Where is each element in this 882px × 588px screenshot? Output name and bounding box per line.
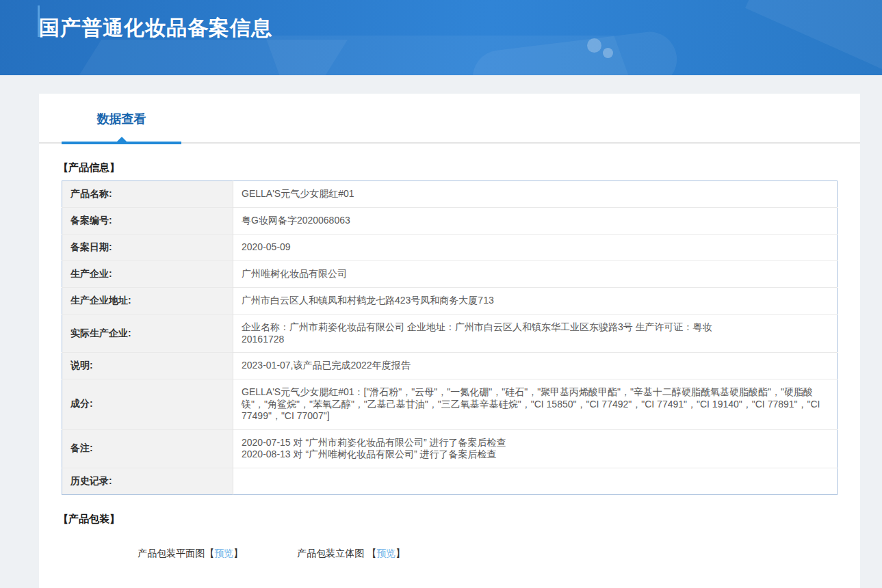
row-manufacturer: 生产企业: 广州唯树化妆品有限公司 [62,261,838,288]
row-label: 说明: [62,353,233,379]
active-tab-indicator [62,142,181,144]
page-header-banner: 国产普通化妆品备案信息 [0,0,882,75]
row-value: 2023-01-07,该产品已完成2022年度报告 [233,353,838,379]
tab-data-view[interactable]: 数据查看 [62,111,181,127]
bracket-close: 】 [233,548,243,559]
row-value: 2020-07-15 对 “广州市莉姿化妆品有限公司” 进行了备案后检查 202… [233,429,838,468]
row-label: 历史记录: [62,468,233,494]
row-label: 备案编号: [62,208,233,235]
tab-data-view-label: 数据查看 [97,112,146,126]
preview-link-flat-image[interactable]: 预览 [214,548,233,559]
row-label: 实际生产企业: [62,315,233,353]
row-value [233,468,838,494]
row-value: 2020-05-09 [233,235,838,261]
row-filing-date: 备案日期: 2020-05-09 [62,235,838,261]
row-label: 备案日期: [62,235,233,261]
page-title: 国产普通化妆品备案信息 [0,0,882,42]
tab-underline-rule [39,142,860,144]
row-label: 生产企业地址: [62,288,233,315]
row-manufacturer-address: 生产企业地址: 广州市白云区人和镇凤和村鹤龙七路423号凤和商务大厦713 [62,288,838,315]
row-label: 产品名称: [62,181,233,208]
row-value: GELLA'S元气少女腮红#01 [233,181,838,208]
banner-decor-circle-small [603,48,613,58]
row-history: 历史记录: [62,468,838,494]
row-label: 生产企业: [62,261,233,288]
packaging-flat-image-label: 产品包装平面图 [138,548,205,559]
product-info-table: 产品名称: GELLA'S元气少女腮红#01 备案编号: 粤G妆网备字20200… [62,181,838,495]
tab-bar: 数据查看 [39,94,860,144]
row-filing-number: 备案编号: 粤G妆网备字2020068063 [62,208,838,235]
packaging-section-title: 【产品包装】 [58,513,838,526]
packaging-3d-image-label: 产品包装立体图 [297,548,367,559]
row-value: 广州唯树化妆品有限公司 [233,261,838,288]
bracket-close: 】 [395,548,405,559]
packaging-3d-image-group: 产品包装立体图 【预览】 [276,537,405,571]
packaging-row: 产品包装平面图【预览】 产品包装立体图 【预览】 [116,537,838,571]
row-description: 说明: 2023-01-07,该产品已完成2022年度报告 [62,353,838,379]
row-ingredients: 成分: GELLA'S元气少女腮红#01：["滑石粉"，"云母"，"一氮化硼"，… [62,379,838,430]
row-value: 广州市白云区人和镇凤和村鹤龙七路423号凤和商务大厦713 [233,288,838,315]
row-value: 粤G妆网备字2020068063 [233,208,838,235]
bracket-open: 【 [205,548,214,559]
row-product-name: 产品名称: GELLA'S元气少女腮红#01 [62,181,838,208]
row-actual-manufacturer: 实际生产企业: 企业名称：广州市莉姿化妆品有限公司 企业地址：广州市白云区人和镇… [62,315,838,353]
active-tab-arrow [117,137,127,142]
bracket-open: 【 [367,548,376,559]
row-label: 成分: [62,379,233,430]
content-card: 数据查看 【产品信息】 产品名称: GELLA'S元气少女腮红#01 备案编号:… [39,94,860,588]
row-label: 备注: [62,429,233,468]
row-remarks: 备注: 2020-07-15 对 “广州市莉姿化妆品有限公司” 进行了备案后检查… [62,429,838,468]
product-info-section-title: 【产品信息】 [58,161,838,174]
preview-link-3d-image[interactable]: 预览 [376,548,395,559]
row-value: 企业名称：广州市莉姿化妆品有限公司 企业地址：广州市白云区人和镇东华工业区东骏路… [233,315,838,353]
row-value: GELLA'S元气少女腮红#01：["滑石粉"，"云母"，"一氮化硼"，"硅石"… [233,379,838,430]
packaging-flat-image-group: 产品包装平面图【预览】 [116,537,243,571]
